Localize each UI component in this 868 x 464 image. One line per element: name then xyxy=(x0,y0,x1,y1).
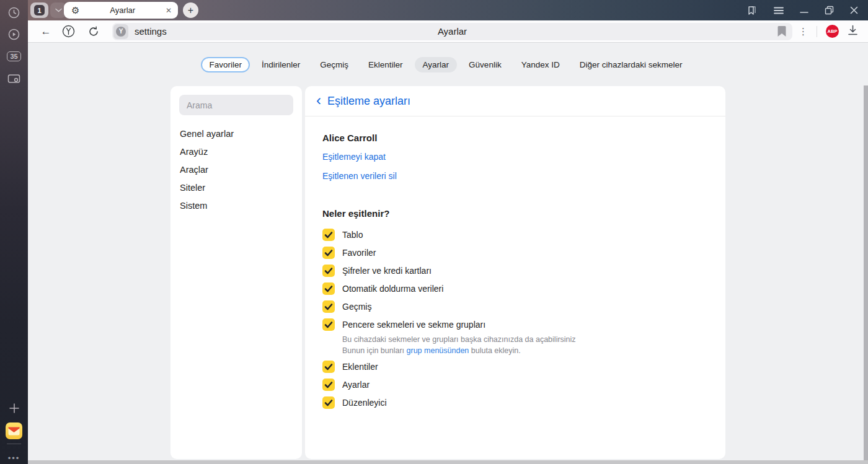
account-name: Alice Carroll xyxy=(322,133,708,143)
nav-tab-guvenlik[interactable]: Güvenlik xyxy=(461,57,510,72)
browser-window: 35 ••• 1 xyxy=(0,0,868,464)
yandex-mail-icon[interactable] xyxy=(0,420,28,441)
yandex-button[interactable] xyxy=(55,25,81,38)
minimize-icon[interactable] xyxy=(800,7,808,14)
checkbox-checked-icon[interactable] xyxy=(322,361,335,373)
checkbox-label: Düzenleyici xyxy=(342,396,387,409)
play-music-icon[interactable] xyxy=(0,24,28,45)
vertical-scrollbar[interactable] xyxy=(864,85,868,464)
nav-tab-eklentiler[interactable]: Eklentiler xyxy=(360,57,411,72)
checkbox-checked-icon[interactable] xyxy=(322,396,335,409)
sync-option-otomatik-doldurma-verileri[interactable]: Otomatik doldurma verileri xyxy=(322,282,708,295)
settings-menu-item-sistem[interactable]: Sistem xyxy=(170,197,302,215)
adblock-plus-icon[interactable]: ABP xyxy=(826,25,839,38)
menu-hamburger-icon[interactable] xyxy=(774,7,784,14)
sync-option-eklentiler[interactable]: Eklentiler xyxy=(322,361,708,373)
nav-tab-diger-cihazlardaki-sekmeler[interactable]: Diğer cihazlardaki sekmeler xyxy=(572,57,691,72)
new-tab-button[interactable]: + xyxy=(183,2,198,18)
settings-menu-item-genel-ayarlar[interactable]: Genel ayarlar xyxy=(170,125,302,143)
address-bar: ← Y settings Ayarlar xyxy=(28,20,868,43)
side-panels-icon[interactable] xyxy=(746,5,758,16)
checkbox-label: Geçmiş xyxy=(342,300,371,313)
disable-sync-link[interactable]: Eşitlemeyi kapat xyxy=(322,152,708,162)
tab-strip: 1 ⚙ Ayarlar ✕ + xyxy=(28,0,868,20)
tabs-count-badge[interactable]: 35 xyxy=(0,46,28,67)
checkbox-checked-icon[interactable] xyxy=(322,318,335,331)
nav-tab-favoriler[interactable]: Favoriler xyxy=(201,57,250,72)
checkbox-checked-icon[interactable] xyxy=(322,379,335,391)
checkbox-checked-icon[interactable] xyxy=(322,247,335,259)
sidebar-divider xyxy=(7,444,21,444)
sync-settings-panel: ‹ Eşitleme ayarları Alice Carroll Eşitle… xyxy=(305,86,725,459)
abp-label: ABP xyxy=(828,28,838,34)
checkbox-label: Şifreler ve kredi kartları xyxy=(342,265,432,277)
sync-option-favoriler[interactable]: Favoriler xyxy=(322,247,708,259)
active-tab[interactable]: ⚙ Ayarlar ✕ xyxy=(64,2,178,19)
checkbox-label: Ayarlar xyxy=(342,379,370,391)
tabs-count-label: 35 xyxy=(7,51,20,61)
tab-close-icon[interactable]: ✕ xyxy=(166,6,172,15)
checkbox-label: Otomatik doldurma verileri xyxy=(342,282,443,295)
sync-settings-header[interactable]: ‹ Eşitleme ayarları xyxy=(305,86,725,116)
settings-page: FavorilerİndirilenlerGeçmişEklentilerAya… xyxy=(28,43,864,460)
extensions-kebab-icon[interactable]: ⋮ xyxy=(799,26,808,37)
sync-checkbox-list: TabloFavorilerŞifreler ve kredi kartları… xyxy=(322,229,708,409)
bookmark-flag-icon[interactable] xyxy=(777,26,786,39)
settings-search-input[interactable] xyxy=(179,95,293,115)
tab-count: 1 xyxy=(34,5,45,15)
plus-icon: + xyxy=(188,6,193,15)
browser-side-panel: 35 ••• xyxy=(0,0,28,464)
url-field[interactable]: Y settings Ayarlar xyxy=(112,23,792,40)
close-window-icon[interactable] xyxy=(850,6,858,14)
checkbox-label: Favoriler xyxy=(342,247,376,259)
back-button[interactable]: ← xyxy=(37,25,55,38)
settings-gear-icon: ⚙ xyxy=(71,5,79,16)
url-text: settings xyxy=(135,26,167,37)
sync-option-gecmis[interactable]: Geçmiş xyxy=(322,300,708,313)
reload-button[interactable] xyxy=(81,26,106,37)
page-favicon: Y xyxy=(113,24,128,39)
sync-settings-title: Eşitleme ayarları xyxy=(327,95,410,108)
tab-groups-button[interactable]: 1 xyxy=(30,2,48,18)
checkbox-description: Bu cihazdaki sekmeler ve grupları başka … xyxy=(342,334,708,356)
checkbox-checked-icon[interactable] xyxy=(322,282,335,295)
screencast-icon[interactable] xyxy=(0,68,28,89)
nav-tab-yandex-id[interactable]: Yandex ID xyxy=(513,57,568,72)
checkbox-checked-icon[interactable] xyxy=(322,229,335,241)
settings-menu-item-siteler[interactable]: Siteler xyxy=(170,179,302,197)
sync-option-ayarlar[interactable]: Ayarlar xyxy=(322,379,708,391)
settings-sidebar-panel: Genel ayarlarArayüzAraçlarSitelerSistem xyxy=(170,86,302,459)
sync-option-tablo[interactable]: Tablo xyxy=(322,229,708,241)
checkbox-checked-icon[interactable] xyxy=(322,300,335,313)
checkbox-label: Eklentiler xyxy=(342,361,378,373)
settings-nav-tabs: FavorilerİndirilenlerGeçmişEklentilerAya… xyxy=(28,57,864,72)
nav-tab-indirilenler[interactable]: İndirilenler xyxy=(254,57,308,72)
settings-menu-list: Genel ayarlarArayüzAraçlarSitelerSistem xyxy=(170,125,302,215)
horizontal-scrollbar[interactable] xyxy=(28,460,868,464)
delete-synced-data-link[interactable]: Eşitlenen verileri sil xyxy=(322,171,708,181)
nav-tab-ayarlar[interactable]: Ayarlar xyxy=(415,57,458,72)
group-menu-link[interactable]: grup menüsünden xyxy=(407,346,469,355)
settings-menu-item-arayuz[interactable]: Arayüz xyxy=(170,143,302,161)
add-panel-icon[interactable] xyxy=(0,398,28,419)
sync-option-sifreler-ve-kredi-kartlari[interactable]: Şifreler ve kredi kartları xyxy=(322,265,708,277)
more-options-icon[interactable]: ••• xyxy=(0,447,28,464)
nav-tab-gecmis[interactable]: Geçmiş xyxy=(312,57,356,72)
back-chevron-icon[interactable]: ‹ xyxy=(316,94,321,107)
history-icon[interactable] xyxy=(0,2,28,23)
settings-menu-item-araclar[interactable]: Araçlar xyxy=(170,161,302,179)
sync-option-duzenleyici[interactable]: Düzenleyici xyxy=(322,396,708,409)
downloads-icon[interactable] xyxy=(848,25,858,38)
checkbox-checked-icon[interactable] xyxy=(322,265,335,277)
restore-window-icon[interactable] xyxy=(825,6,834,15)
page-title: Ayarlar xyxy=(112,26,792,37)
checkbox-label: Tablo xyxy=(342,229,363,241)
sync-items-section-title: Neler eşitlenir? xyxy=(322,208,708,219)
checkbox-label: Pencere sekmeleri ve sekme grupları xyxy=(342,318,485,331)
sync-option-pencere-sekmeleri-ve-sekme-gruplari[interactable]: Pencere sekmeleri ve sekme grupları xyxy=(322,318,708,331)
toolbar-divider xyxy=(817,26,817,37)
tab-title: Ayarlar xyxy=(79,6,165,15)
